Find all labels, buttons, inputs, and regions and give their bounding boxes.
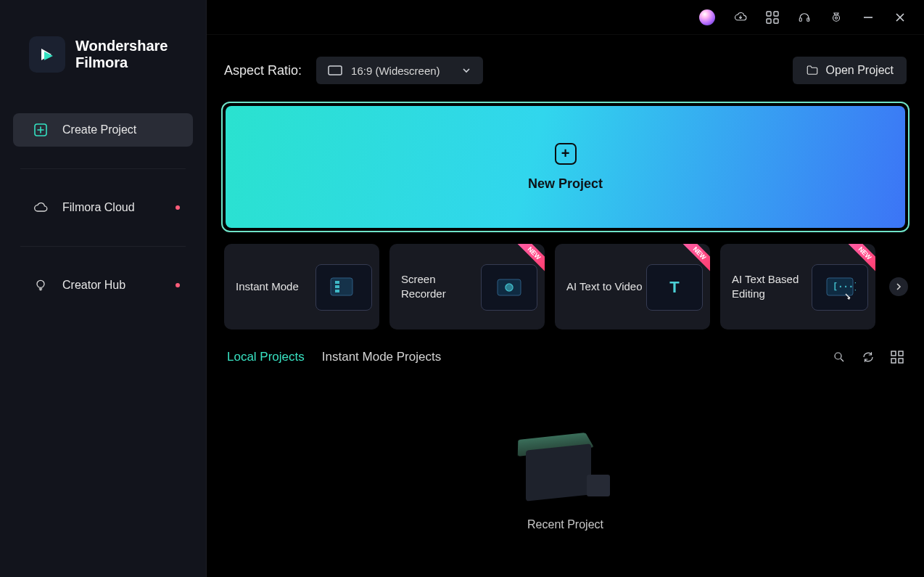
sidebar-divider — [20, 246, 186, 247]
sidebar-item-label: Filmora Cloud — [62, 201, 135, 214]
brand-text: Wondershare Filmora — [75, 38, 168, 71]
feature-cards-row: Instant Mode Screen Recorder AI Text to … — [207, 244, 924, 330]
window-minimize-icon[interactable] — [862, 11, 875, 24]
svg-point-10 — [833, 15, 840, 21]
svg-rect-5 — [774, 12, 778, 16]
svg-point-3 — [37, 280, 44, 287]
cards-next-button[interactable] — [889, 277, 908, 296]
card-title: Screen Recorder — [401, 272, 481, 302]
svg-point-22 — [835, 353, 841, 359]
svg-rect-14 — [335, 281, 339, 284]
sidebar-nav: Create Project Filmora Cloud Creator Hub — [13, 113, 193, 302]
plus-square-icon — [33, 123, 48, 137]
main: Aspect Ratio: 16:9 (Widescreen) Open Pro… — [207, 0, 924, 577]
plus-icon: + — [555, 143, 577, 165]
window-close-icon[interactable] — [894, 11, 907, 24]
account-avatar-icon[interactable] — [699, 9, 715, 25]
tab-instant-mode-projects[interactable]: Instant Mode Projects — [322, 350, 441, 364]
new-project-label: New Project — [528, 176, 603, 192]
new-project-highlight: + New Project — [221, 102, 909, 232]
svg-point-11 — [836, 17, 838, 19]
apps-grid-icon[interactable] — [766, 11, 779, 24]
filmora-logo-icon — [37, 44, 57, 65]
svg-rect-16 — [335, 290, 339, 292]
notification-dot — [176, 283, 180, 287]
open-project-label: Open Project — [826, 64, 894, 77]
card-title: Instant Mode — [236, 279, 299, 294]
projects-tabs: Local Projects Instant Mode Projects — [207, 330, 924, 372]
card-ai-text-to-video[interactable]: AI Text to Video T — [555, 244, 710, 330]
aspect-ratio-label: Aspect Ratio: — [224, 63, 302, 78]
svg-rect-6 — [767, 19, 771, 23]
open-project-button[interactable]: Open Project — [793, 57, 907, 84]
sidebar-item-label: Create Project — [62, 123, 136, 136]
controls-row: Aspect Ratio: 16:9 (Widescreen) Open Pro… — [207, 35, 924, 102]
recent-project-label: Recent Project — [527, 518, 603, 531]
svg-rect-19 — [506, 285, 512, 290]
card-graphic-icon: [···] — [812, 264, 868, 311]
brand: Wondershare Filmora — [13, 36, 193, 73]
card-title: AI Text to Video — [566, 279, 643, 294]
widescreen-icon — [328, 65, 342, 75]
svg-rect-7 — [774, 19, 778, 23]
svg-rect-4 — [767, 12, 771, 16]
svg-rect-25 — [891, 359, 896, 363]
card-graphic-icon — [481, 264, 537, 311]
tab-local-projects[interactable]: Local Projects — [227, 350, 305, 364]
svg-rect-8 — [799, 17, 801, 21]
refresh-icon[interactable] — [862, 351, 875, 364]
titlebar — [207, 0, 924, 35]
brand-logo — [29, 36, 65, 73]
card-screen-recorder[interactable]: Screen Recorder — [389, 244, 545, 330]
notification-dot — [176, 205, 180, 210]
sidebar-item-label: Creator Hub — [62, 279, 125, 292]
grid-view-icon[interactable] — [891, 351, 904, 364]
svg-rect-12 — [329, 66, 342, 75]
empty-box-icon — [519, 418, 613, 498]
settings-medal-icon[interactable] — [830, 11, 843, 24]
sidebar-item-create-project[interactable]: Create Project — [13, 113, 193, 147]
svg-rect-15 — [335, 285, 339, 288]
sidebar-item-creator-hub[interactable]: Creator Hub — [13, 269, 193, 302]
recent-projects-empty: Recent Project — [207, 372, 924, 577]
search-icon[interactable] — [833, 351, 846, 364]
svg-rect-13 — [331, 278, 352, 295]
svg-rect-9 — [807, 17, 809, 21]
new-project-button[interactable]: + New Project — [226, 106, 905, 228]
svg-rect-26 — [899, 359, 903, 363]
sidebar: Wondershare Filmora Create Project Filmo… — [0, 0, 207, 577]
card-graphic-icon — [315, 264, 372, 311]
brand-line1: Wondershare — [75, 38, 168, 54]
cloud-download-icon[interactable] — [734, 11, 747, 24]
card-instant-mode[interactable]: Instant Mode — [224, 244, 379, 330]
chevron-right-icon — [894, 282, 903, 291]
svg-text:[···]: [···] — [833, 282, 856, 292]
svg-rect-23 — [891, 351, 896, 356]
brand-line2: Filmora — [75, 54, 168, 71]
cloud-icon — [33, 200, 48, 215]
chevron-down-icon — [461, 65, 471, 75]
support-headset-icon[interactable] — [798, 11, 811, 24]
card-ai-text-based-editing[interactable]: AI Text Based Editing [···] — [720, 244, 875, 330]
lightbulb-icon — [33, 278, 48, 292]
aspect-ratio-dropdown[interactable]: 16:9 (Widescreen) — [316, 57, 483, 84]
sidebar-divider — [20, 168, 186, 169]
card-title: AI Text Based Editing — [732, 272, 812, 302]
folder-icon — [806, 64, 819, 77]
aspect-ratio-value: 16:9 (Widescreen) — [351, 65, 440, 77]
sidebar-item-filmora-cloud[interactable]: Filmora Cloud — [13, 191, 193, 224]
card-graphic-icon: T — [646, 264, 703, 311]
svg-rect-24 — [899, 351, 903, 356]
